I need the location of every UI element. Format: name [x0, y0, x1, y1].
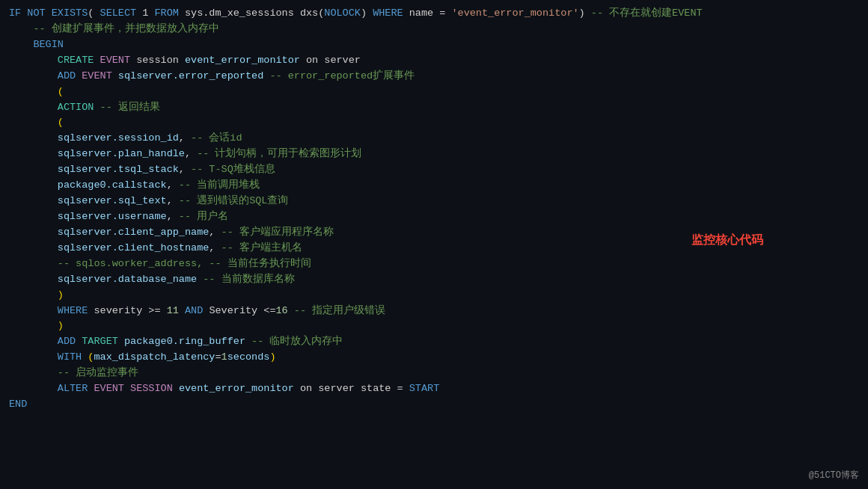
- line-25: -- 启动监控事件: [9, 366, 859, 381]
- line-18: sqlserver.database_name -- 当前数据库名称: [9, 272, 859, 288]
- line-12: package0.callstack, -- 当前调用堆栈: [9, 178, 859, 194]
- line-27: END: [9, 397, 859, 413]
- line-17: -- sqlos.worker_address, -- 当前任务执行时间: [9, 256, 859, 272]
- line-23: WITH (max_dispatch_latency=1seconds): [9, 350, 859, 366]
- line-3: BEGIN: [9, 37, 859, 53]
- line-5: ADD EVENT sqlserver.error_reported -- er…: [9, 69, 859, 84]
- line-8: (: [9, 115, 859, 131]
- line-19: ): [9, 288, 859, 304]
- line-20: WHERE severity >= 11 AND Severity <=16 -…: [9, 304, 859, 319]
- line-14: sqlserver.username, -- 用户名: [9, 209, 859, 225]
- line-1: IF NOT EXISTS( SELECT 1 FROM sys.dm_xe_s…: [9, 6, 859, 22]
- code-editor: IF NOT EXISTS( SELECT 1 FROM sys.dm_xe_s…: [0, 0, 868, 489]
- line-21: ): [9, 319, 859, 334]
- line-22: ADD TARGET package0.ring_buffer -- 临时放入内…: [9, 334, 859, 350]
- line-10: sqlserver.plan_handle, -- 计划句柄，可用于检索图形计划: [9, 147, 859, 162]
- line-7: ACTION -- 返回结果: [9, 100, 859, 116]
- line-26: ALTER EVENT SESSION event_error_monitor …: [9, 381, 859, 397]
- watermark: @51CTO博客: [809, 469, 859, 483]
- line-4: CREATE EVENT session event_error_monitor…: [9, 53, 859, 69]
- line-2: -- 创建扩展事件，并把数据放入内存中: [9, 22, 859, 37]
- line-11: sqlserver.tsql_stack, -- T-SQ堆栈信息: [9, 162, 859, 178]
- annotation-label: 监控核心代码: [691, 232, 763, 250]
- line-9: sqlserver.session_id, -- 会话id: [9, 131, 859, 147]
- line-6: (: [9, 84, 859, 100]
- line-13: sqlserver.sql_text, -- 遇到错误的SQL查询: [9, 194, 859, 209]
